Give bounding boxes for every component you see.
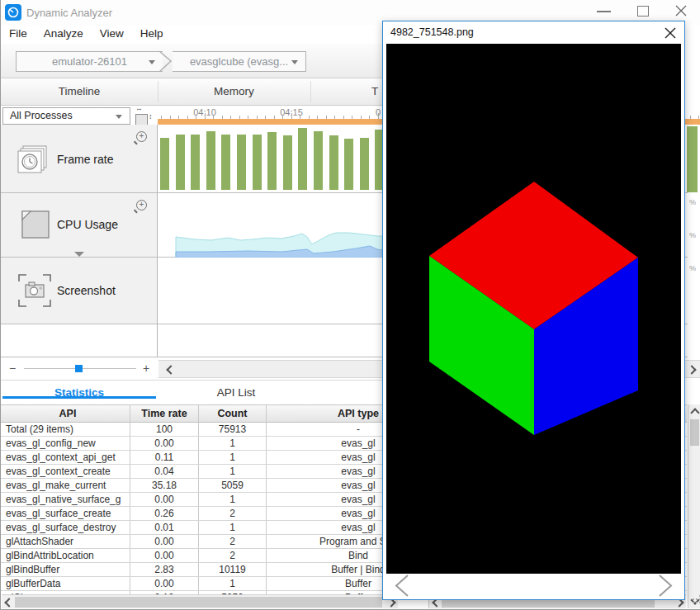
menu-item-file[interactable]: File [1,25,35,40]
previous-screenshot-icon[interactable] [393,574,411,598]
column-header-api[interactable]: API [1,405,130,422]
device-dropdown-value: emulator-26101 [52,55,127,68]
column-header-count[interactable]: Count [199,405,267,422]
table-cell: Total (29 items) [1,423,130,436]
scroll-left-icon[interactable] [166,365,175,374]
window-title: Dynamic Analyzer [26,7,112,19]
close-icon[interactable] [665,27,676,39]
table-cell: glBindAttribLocation [1,549,130,562]
table-cell: 75913 [199,423,267,436]
table-vertical-scrollbar[interactable] [688,404,700,608]
application-dropdown-value: evasglcube (evasg... [190,55,288,68]
axis-tick [205,113,206,119]
table-cell: evas_gl_config_new [1,437,130,450]
row-label-frame-rate: Frame rate + [1,125,158,193]
zoom-in-button[interactable]: + [143,362,149,375]
frame-rate-bar [237,135,246,190]
table-cell: glAttachShader [1,535,130,548]
device-dropdown[interactable]: emulator-26101 [16,51,163,72]
zoom-in-icon[interactable]: + [136,200,147,210]
table-cell: 2.83 [130,563,199,576]
frame-rate-bar [344,139,353,190]
table-cell: 10119 [199,563,267,576]
table-cell: 0.04 [130,465,199,478]
zoom-in-icon[interactable]: + [136,131,147,142]
chevron-down-icon [149,60,155,64]
frame-rate-bar-edge [687,126,698,192]
table-cell: 0.11 [130,451,199,464]
application-dropdown[interactable]: evasglcube (evasg... [173,51,306,72]
table-cell: 2 [199,507,267,520]
dynamic-analyzer-window: Dynamic Analyzer FileAnalyzeViewHelp emu… [0,0,700,610]
popup-title: 4982_751548.png [390,26,474,38]
cpu-area-plot [158,193,382,258]
scroll-left-icon[interactable] [4,598,13,607]
table-cell: 0.01 [130,521,199,534]
screenshot-popup-window: 4982_751548.png [382,21,685,600]
process-filter-dropdown[interactable]: All Processes [2,107,130,125]
vertical-resize-icon: ↕ [149,112,153,121]
table-cell: evas_gl_surface_create [1,507,130,520]
scale-box-icon [135,114,148,125]
app-logo-icon [5,4,21,21]
table-cell: 1 [199,577,267,590]
table-cell: 0.26 [130,507,199,520]
tab-separator [310,81,311,102]
table-cell: evas_gl_context_api_get [1,451,130,464]
menu-bar: FileAnalyzeViewHelp [1,25,381,44]
table-cell: 0.00 [130,549,199,562]
menu-item-analyze[interactable]: Analyze [35,25,92,40]
table-cell: evas_gl_context_create [1,465,130,478]
table-cell: 1 [199,465,267,478]
row-title: Screenshot [57,284,116,297]
menu-item-help[interactable]: Help [132,25,172,40]
table-cell: glBindBuffer [1,563,130,576]
frame-rate-bar [160,138,169,190]
table-cell: 0.00 [130,535,199,548]
scroll-right-icon[interactable] [687,365,696,374]
scrollbar-thumb[interactable] [15,597,382,608]
bottom-tab-bar: Statistics API List [1,380,382,404]
table-cell: 0.00 [130,437,199,450]
table-cell: 2 [199,535,267,548]
chart-scale-tool[interactable]: ↔ ↕ [133,106,157,125]
chevron-down-icon [291,60,298,64]
table-cell: evas_gl_native_surface_g [1,493,130,506]
zoom-out-button[interactable]: − [9,362,16,375]
table-cell: evas_gl_make_current [1,479,130,492]
zoom-slider-handle[interactable] [75,365,83,372]
tab-timeline[interactable]: Timeline [1,85,158,97]
tab-separator [158,81,158,102]
frame-rate-bar [267,132,277,190]
row-title: CPU Usage [57,218,118,231]
column-header-time-rate[interactable]: Time rate [130,405,199,422]
frame-rate-bar [206,131,215,190]
row-label-empty [1,324,158,357]
menu-item-view[interactable]: View [92,25,132,40]
toolbar: emulator-26101 evasglcube (evasg... Stop [1,44,382,78]
table-cell: 2 [199,549,267,562]
scroll-up-icon[interactable] [690,408,699,417]
tab-memory[interactable]: Memory [158,85,310,97]
collapse-handle-icon[interactable] [74,252,84,257]
resize-grip-icon[interactable] [693,602,694,603]
table-horizontal-scrollbar-left[interactable] [2,594,398,608]
close-icon[interactable] [675,5,687,17]
frame-rate-bar [329,135,338,190]
frame-rate-bar [283,135,292,190]
next-screenshot-icon[interactable] [656,574,674,598]
row-label-cpu-usage: CPU Usage + [1,193,158,258]
maximize-icon[interactable] [637,6,649,17]
tab-api-list[interactable]: API List [158,381,315,399]
minimize-icon[interactable] [597,11,611,12]
tab-thread-partial[interactable]: T [371,85,378,97]
frame-rate-bar [191,135,200,190]
zoom-slider-row: − + [1,357,158,380]
table-cell: 1 [199,521,267,534]
axis-percent-label: % [689,231,696,239]
screenshot-nav-bar [386,574,681,598]
cpu-usage-icon [21,210,50,239]
tab-statistics[interactable]: Statistics [1,381,158,399]
scrollbar-thumb[interactable] [690,419,699,446]
frame-rate-bar [314,131,323,190]
